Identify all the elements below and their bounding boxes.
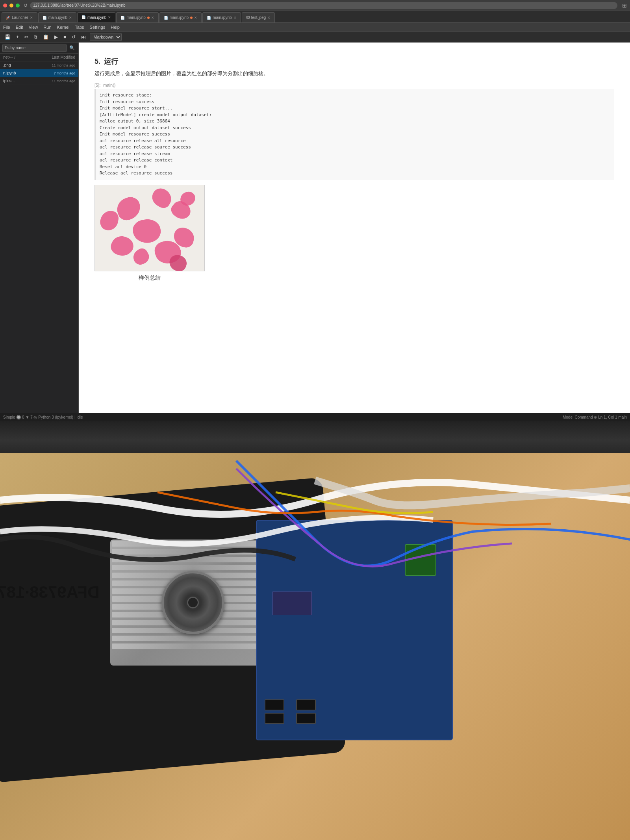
- wifi-chip: [405, 544, 436, 576]
- toolbar-restart-btn[interactable]: ↺: [70, 33, 77, 41]
- tab-main1-label: main.ipynb: [48, 15, 67, 20]
- notebook-content[interactable]: 5. 运行 运行完成后，会显示推理后的图片，覆盖为红色的部分即为分割出的细胞核。…: [79, 43, 630, 413]
- tab-test[interactable]: 🖼 test.jpeg ✕: [242, 12, 275, 22]
- status-mode: Simple 🔘 0 ▼ 7 ◎ Python 3 (ipykernel) | …: [3, 415, 83, 419]
- tab-main3-icon: 📄: [120, 16, 125, 20]
- browser-reload-icon[interactable]: ↺: [24, 3, 28, 8]
- physical-area: DFA9738·1872: [0, 421, 630, 840]
- menu-settings[interactable]: Settings: [90, 25, 106, 30]
- toolbar-cut-btn[interactable]: ✂: [23, 33, 30, 41]
- browser-url-bar[interactable]: 127.0.0.1:8888/lab/tree/07-Unet%2B%2B/ma…: [30, 2, 617, 9]
- laptop-screen: ↺ 127.0.0.1:8888/lab/tree/07-Unet%2B%2B/…: [0, 0, 630, 421]
- menu-run[interactable]: Run: [43, 25, 51, 30]
- tab-main4-icon: 📄: [164, 16, 168, 20]
- tab-launcher-label: Launcher: [12, 15, 28, 20]
- file-filter-input[interactable]: [2, 45, 67, 52]
- minimize-dot[interactable]: [9, 4, 13, 7]
- tab-main5[interactable]: 📄 main.ipynb ✕: [202, 12, 241, 22]
- menu-view[interactable]: View: [29, 25, 38, 30]
- cooling-fan: [161, 571, 224, 634]
- sidebar-item-ipynb-date: 7 months ago: [54, 71, 75, 75]
- url-text: 127.0.0.1:8888/lab/tree/07-Unet%2B%2B/ma…: [33, 3, 126, 7]
- status-bar: Simple 🔘 0 ▼ 7 ◎ Python 3 (ipykernel) | …: [0, 413, 630, 421]
- toolbar-run-btn[interactable]: ▶: [53, 33, 59, 41]
- tab-test-close[interactable]: ✕: [267, 16, 271, 20]
- fin-13: [112, 636, 274, 641]
- menu-edit[interactable]: Edit: [16, 25, 23, 30]
- toolbar-paste-btn[interactable]: 📋: [41, 33, 50, 41]
- status-position: Mode: Command ⊕ Ln 1, Col 1 main: [563, 415, 627, 419]
- sidebar-item-ipynb[interactable]: n.ipynb 7 months ago: [0, 69, 78, 77]
- tab-main3-label: main.ipynb: [126, 15, 145, 20]
- maximize-dot[interactable]: [16, 4, 20, 7]
- memory-chip: [272, 592, 312, 615]
- fan-center: [187, 597, 199, 608]
- menu-bar: File Edit View Run Kernel Tabs Settings …: [0, 23, 630, 32]
- sidebar-item-png-date: 11 months ago: [52, 63, 75, 67]
- browser-chrome: ↺ 127.0.0.1:8888/lab/tree/07-Unet%2B%2B/…: [0, 0, 630, 11]
- sidebar-path: net++ /: [3, 55, 15, 59]
- toolbar-save-btn[interactable]: 💾: [3, 33, 12, 41]
- tab-main5-close[interactable]: ✕: [233, 16, 237, 20]
- microscopy-image-container: 样例总结: [94, 185, 614, 282]
- fin-4: [112, 565, 274, 570]
- sidebar-item-tplus[interactable]: tplus... 11 months ago: [0, 77, 78, 85]
- tab-main3-dot: [147, 17, 150, 19]
- sidebar-search-btn[interactable]: 🔍: [68, 45, 76, 51]
- usb-port-1: [265, 699, 284, 710]
- tab-test-icon: 🖼: [246, 16, 250, 20]
- tab-launcher-close[interactable]: ✕: [30, 16, 33, 20]
- file-browser-sidebar: 🔍 net++ / Last Modified .png 11 months a…: [0, 43, 79, 413]
- sidebar-toolbar: 🔍: [0, 43, 78, 54]
- tab-main4-dot: [190, 17, 193, 19]
- tab-main5-icon: 📄: [207, 16, 211, 20]
- tab-bar: 🚀 Launcher ✕ 📄 main.ipynb ✕ 📄 main.ipynb…: [0, 11, 630, 23]
- tab-launcher[interactable]: 🚀 Launcher ✕: [2, 12, 37, 22]
- image-caption: 样例总结: [94, 274, 205, 282]
- sidebar-last-modified-label: Last Modified: [52, 55, 75, 59]
- sidebar-item-png-name: .png: [3, 63, 11, 67]
- fin-14: [112, 643, 274, 649]
- usb-port-group-2: [296, 699, 316, 724]
- tab-main2-close[interactable]: ✕: [108, 15, 111, 19]
- tab-main1-close[interactable]: ✕: [69, 16, 72, 20]
- tab-test-label: test.jpeg: [251, 15, 266, 20]
- cell-type-select[interactable]: Markdown Code Raw: [90, 33, 122, 41]
- browser-menu-icon[interactable]: ⊞: [622, 2, 627, 9]
- tab-main2[interactable]: 📄 main.ipynb ✕: [77, 12, 115, 22]
- toolbar-copy-btn[interactable]: ⧉: [32, 33, 39, 41]
- sidebar-item-png[interactable]: .png 11 months ago: [0, 61, 78, 69]
- tab-main4-close[interactable]: ✕: [194, 16, 197, 20]
- usb-port-2: [265, 713, 284, 724]
- tab-main4[interactable]: 📄 main.ipynb ✕: [159, 12, 202, 22]
- menu-kernel[interactable]: Kernel: [57, 25, 70, 30]
- tab-main1[interactable]: 📄 main.ipynb ✕: [38, 12, 76, 22]
- tab-main3[interactable]: 📄 main.ipynb ✕: [116, 12, 158, 22]
- close-dot[interactable]: [3, 4, 7, 7]
- menu-help[interactable]: Help: [111, 25, 120, 30]
- cell-label: [5]: main(): [94, 83, 614, 87]
- fin-2: [112, 549, 274, 554]
- notebook-toolbar: 💾 + ✂ ⧉ 📋 ▶ ■ ↺ ⏭ Markdown Code Raw: [0, 32, 630, 43]
- section-title: 5. 运行: [94, 57, 614, 66]
- tab-main1-icon: 📄: [43, 16, 47, 20]
- toolbar-restart-run-btn[interactable]: ⏭: [80, 33, 87, 41]
- toolbar-add-btn[interactable]: +: [15, 33, 20, 41]
- toolbar-stop-btn[interactable]: ■: [62, 33, 68, 41]
- sidebar-item-tplus-name: tplus...: [3, 79, 15, 83]
- tab-launcher-icon: 🚀: [6, 16, 10, 20]
- usb-port-3: [296, 699, 316, 710]
- jupyter-main: 🔍 net++ / Last Modified .png 11 months a…: [0, 43, 630, 413]
- fin-1: [112, 541, 274, 547]
- menu-tabs[interactable]: Tabs: [75, 25, 84, 30]
- tab-main2-icon: 📄: [82, 15, 86, 19]
- microscopy-image: [94, 185, 205, 271]
- tab-main3-close[interactable]: ✕: [151, 16, 154, 20]
- pcb-board: [256, 520, 453, 740]
- tab-main5-label: main.ipynb: [213, 15, 232, 20]
- cell-description: 运行完成后，会显示推理后的图片，覆盖为红色的部分即为分割出的细胞核。: [94, 70, 614, 77]
- sidebar-item-ipynb-name: n.ipynb: [3, 71, 16, 75]
- heatsink-body: [110, 540, 276, 666]
- usb-port-group: [265, 699, 284, 724]
- menu-file[interactable]: File: [3, 25, 10, 30]
